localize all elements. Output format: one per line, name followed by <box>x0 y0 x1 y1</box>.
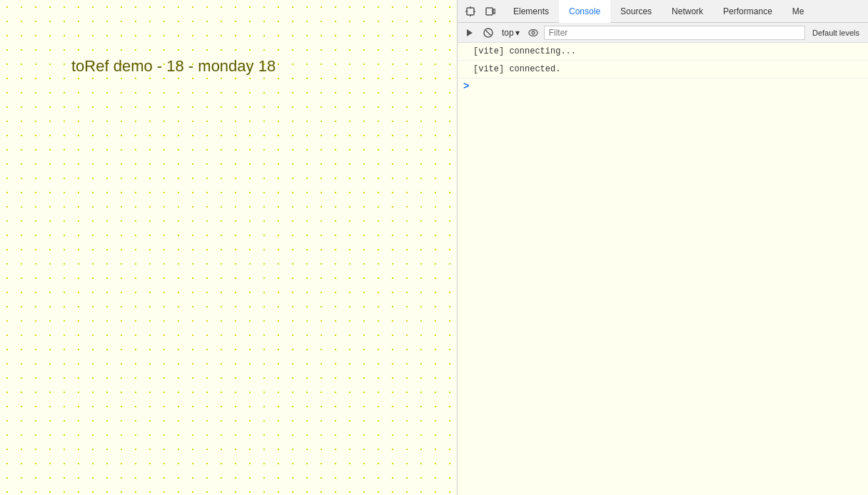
svg-rect-0 <box>467 8 474 15</box>
context-selector-button[interactable]: top ▾ <box>499 26 523 39</box>
svg-rect-5 <box>486 8 493 15</box>
svg-line-9 <box>486 30 491 35</box>
prompt-arrow-icon: > <box>463 81 469 92</box>
tab-elements[interactable]: Elements <box>503 0 559 24</box>
tab-network[interactable]: Network <box>662 0 713 24</box>
console-toolbar: top ▾ Default levels <box>458 23 868 43</box>
tab-performance[interactable]: Performance <box>713 0 782 24</box>
svg-point-11 <box>532 31 535 34</box>
console-execute-button[interactable] <box>462 25 478 41</box>
console-messages: [vite] connecting... [vite] connected. > <box>458 43 868 495</box>
default-levels-button[interactable]: Default levels <box>808 27 864 39</box>
devtools-tabs: Elements Console Sources Network Perform… <box>503 0 865 23</box>
console-message-0: [vite] connecting... <box>458 43 868 61</box>
tab-console[interactable]: Console <box>559 0 610 24</box>
console-prompt[interactable]: > <box>458 78 868 94</box>
console-filter-input[interactable] <box>544 26 805 40</box>
main-page: toRef demo - 18 - monday 18 <box>0 0 457 495</box>
page-content-text: toRef demo - 18 - monday 18 <box>71 57 276 76</box>
inspect-element-button[interactable] <box>460 1 480 21</box>
console-clear-button[interactable] <box>480 25 496 41</box>
devtools-panel: Elements Console Sources Network Perform… <box>457 0 868 495</box>
context-dropdown-icon: ▾ <box>515 28 520 38</box>
console-message-1: [vite] connected. <box>458 61 868 78</box>
tab-sources[interactable]: Sources <box>610 0 662 24</box>
device-toolbar-button[interactable] <box>480 1 500 21</box>
console-visibility-button[interactable] <box>525 25 541 41</box>
devtools-top-toolbar: Elements Console Sources Network Perform… <box>458 0 868 23</box>
svg-marker-7 <box>467 29 473 36</box>
context-label: top <box>502 28 514 38</box>
svg-point-10 <box>529 29 538 36</box>
tab-more[interactable]: Me <box>782 0 814 24</box>
svg-rect-6 <box>493 9 495 14</box>
